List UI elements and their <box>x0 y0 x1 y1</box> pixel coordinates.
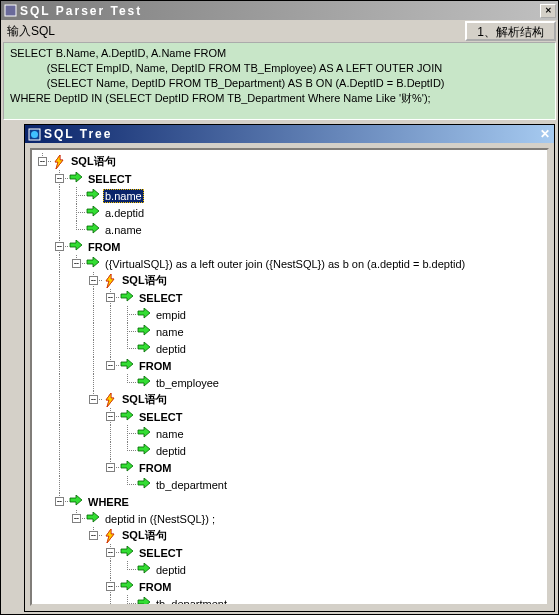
main-close-button[interactable]: ✕ <box>540 4 556 18</box>
sql-node-icon <box>136 443 152 459</box>
tree-node[interactable]: −SELECT <box>34 544 545 561</box>
tree-node[interactable]: name <box>34 425 545 442</box>
svg-marker-11 <box>121 291 133 301</box>
tree-node[interactable]: −SELECT <box>34 289 545 306</box>
tree-node-label: FROM <box>86 241 122 253</box>
svg-marker-6 <box>87 206 99 216</box>
svg-marker-29 <box>138 597 150 607</box>
sql-statement-icon <box>51 154 67 170</box>
sql-textarea[interactable]: SELECT B.Name, A.DeptID, A.Name FROM (SE… <box>3 42 556 120</box>
tree-node[interactable]: −FROM <box>34 578 545 595</box>
tree-node-label: SELECT <box>137 411 184 423</box>
tree-node[interactable]: −FROM <box>34 238 545 255</box>
svg-marker-26 <box>121 546 133 556</box>
input-label: 输入SQL <box>3 23 59 40</box>
tree-expander[interactable]: − <box>72 259 81 268</box>
tree-expander[interactable]: − <box>106 412 115 421</box>
svg-marker-17 <box>106 393 114 407</box>
sql-node-icon <box>119 358 135 374</box>
tree-close-button[interactable]: ✕ <box>540 127 552 141</box>
sql-node-icon <box>68 239 84 255</box>
svg-marker-5 <box>87 189 99 199</box>
sql-node-icon <box>85 188 101 204</box>
main-titlebar[interactable]: SQL Parser Test ✕ <box>1 1 558 20</box>
tree-node[interactable]: tb_department <box>34 595 545 606</box>
tree-node[interactable]: deptid <box>34 561 545 578</box>
sql-node-icon <box>136 596 152 607</box>
tree-node-label: b.name <box>103 189 144 203</box>
tree-node[interactable]: −SQL语句 <box>34 272 545 289</box>
tree-node-label: SQL语句 <box>120 392 169 407</box>
tree-node-label: SQL语句 <box>69 154 118 169</box>
tree-node-label: SELECT <box>137 292 184 304</box>
tree-node[interactable]: −FROM <box>34 459 545 476</box>
tree-node[interactable]: −SELECT <box>34 170 545 187</box>
tree-node-label: FROM <box>137 360 173 372</box>
tree-expander[interactable]: − <box>106 548 115 557</box>
tree-expander[interactable]: − <box>55 242 64 251</box>
tree-node[interactable]: b.name <box>34 187 545 204</box>
tree-node[interactable]: name <box>34 323 545 340</box>
sql-node-icon <box>136 324 152 340</box>
sql-node-icon <box>85 222 101 238</box>
tree-node-label: deptid in ({NestSQL}) ; <box>103 513 217 525</box>
parse-button[interactable]: 1、解析结构 <box>465 21 556 41</box>
tree-view[interactable]: −SQL语句−SELECTb.namea.deptida.name−FROM−(… <box>30 148 549 606</box>
tree-node[interactable]: −SELECT <box>34 408 545 425</box>
tree-node[interactable]: deptid <box>34 340 545 357</box>
svg-marker-27 <box>138 563 150 573</box>
svg-marker-15 <box>121 359 133 369</box>
svg-marker-20 <box>138 444 150 454</box>
tree-title: SQL Tree <box>44 127 112 141</box>
tree-node-label: a.deptid <box>103 207 146 219</box>
tree-node[interactable]: −deptid in ({NestSQL}) ; <box>34 510 545 527</box>
sql-node-icon <box>85 511 101 527</box>
tree-node[interactable]: −FROM <box>34 357 545 374</box>
tree-node-label: name <box>154 326 186 338</box>
tree-node[interactable]: a.deptid <box>34 204 545 221</box>
tree-node[interactable]: deptid <box>34 442 545 459</box>
sql-node-icon <box>119 579 135 595</box>
svg-marker-8 <box>70 240 82 250</box>
sql-node-icon <box>85 256 101 272</box>
tree-expander[interactable]: − <box>89 395 98 404</box>
tree-node-label: deptid <box>154 343 188 355</box>
sql-node-icon <box>136 307 152 323</box>
tree-expander[interactable]: − <box>89 531 98 540</box>
svg-marker-21 <box>121 461 133 471</box>
tree-node[interactable]: a.name <box>34 221 545 238</box>
tree-node[interactable]: tb_department <box>34 476 545 493</box>
tree-node[interactable]: −WHERE <box>34 493 545 510</box>
tree-expander[interactable]: − <box>55 497 64 506</box>
sql-node-icon <box>85 205 101 221</box>
tree-expander[interactable]: − <box>38 157 47 166</box>
tree-titlebar[interactable]: SQL Tree ✕ <box>25 125 554 143</box>
sql-node-icon <box>68 171 84 187</box>
tree-node-label: tb_department <box>154 598 229 607</box>
tree-node[interactable]: empid <box>34 306 545 323</box>
tree-node[interactable]: −SQL语句 <box>34 391 545 408</box>
svg-marker-7 <box>87 223 99 233</box>
tree-node[interactable]: −SQL语句 <box>34 153 545 170</box>
tree-expander[interactable]: − <box>106 361 115 370</box>
tree-expander[interactable]: − <box>89 276 98 285</box>
tree-node[interactable]: −({VirtualSQL}) as a left outer join ({N… <box>34 255 545 272</box>
app-icon <box>3 4 17 18</box>
svg-rect-0 <box>5 5 16 16</box>
sql-node-icon <box>136 375 152 391</box>
tree-expander[interactable]: − <box>55 174 64 183</box>
svg-marker-23 <box>70 495 82 505</box>
main-window: SQL Parser Test ✕ 输入SQL 1、解析结构 SELECT B.… <box>0 0 559 615</box>
tree-node[interactable]: tb_employee <box>34 374 545 391</box>
tree-expander[interactable]: − <box>72 514 81 523</box>
tree-window-icon <box>27 127 41 141</box>
tree-expander[interactable]: − <box>106 293 115 302</box>
svg-marker-3 <box>55 155 63 169</box>
tree-expander[interactable]: − <box>106 463 115 472</box>
tree-node[interactable]: −SQL语句 <box>34 527 545 544</box>
tree-node-label: WHERE <box>86 496 131 508</box>
svg-marker-25 <box>106 529 114 543</box>
tree-expander[interactable]: − <box>106 582 115 591</box>
tree-node-label: deptid <box>154 564 188 576</box>
svg-marker-28 <box>121 580 133 590</box>
